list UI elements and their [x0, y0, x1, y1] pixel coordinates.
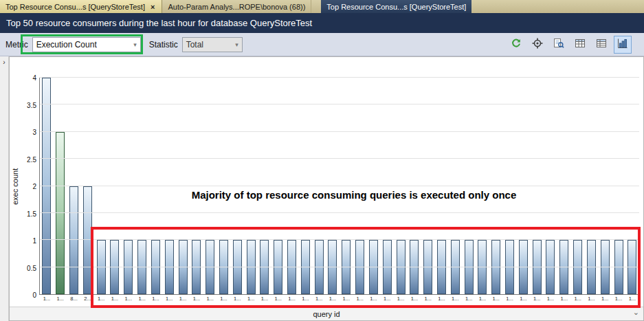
- x-tick-label: 1...: [530, 296, 544, 307]
- refresh-button[interactable]: [507, 36, 525, 54]
- x-tick-label: 1...: [244, 296, 258, 307]
- bar[interactable]: [233, 240, 242, 294]
- bar-slot: [489, 78, 503, 294]
- gridline: [40, 267, 639, 267]
- x-tick-label: 1...: [135, 296, 149, 307]
- y-tick-label: 1: [32, 237, 36, 245]
- bar[interactable]: [315, 240, 324, 294]
- bar[interactable]: [355, 240, 364, 294]
- bar-slot: [230, 78, 244, 294]
- bar[interactable]: [287, 240, 296, 294]
- bar[interactable]: [505, 240, 514, 294]
- bar[interactable]: [137, 240, 146, 294]
- bar[interactable]: [383, 240, 392, 294]
- bar[interactable]: [410, 240, 419, 294]
- gridline: [40, 186, 639, 186]
- bar-slot: [149, 78, 163, 294]
- bar[interactable]: [533, 240, 542, 294]
- bar-slot: [367, 78, 381, 294]
- grid-details-view-button[interactable]: [592, 36, 610, 54]
- bar[interactable]: [478, 240, 487, 294]
- chart-view-button[interactable]: [614, 36, 632, 54]
- bar[interactable]: [465, 240, 474, 294]
- bar[interactable]: [274, 240, 282, 294]
- bar[interactable]: [247, 240, 256, 294]
- bar[interactable]: [301, 240, 310, 294]
- x-tick-label: 1...: [230, 296, 244, 307]
- chevron-down-icon[interactable]: ⌄: [633, 308, 639, 317]
- bar[interactable]: [179, 240, 188, 294]
- x-axis-title: query id: [313, 310, 340, 318]
- bar[interactable]: [601, 240, 610, 294]
- statistic-label: Statistic: [149, 40, 178, 49]
- bar[interactable]: [369, 240, 378, 294]
- x-tick-label: 1...: [190, 296, 203, 307]
- bar[interactable]: [97, 240, 106, 294]
- statistic-dropdown[interactable]: Total ▾: [182, 37, 243, 52]
- bar[interactable]: [423, 240, 432, 294]
- bar[interactable]: [206, 240, 214, 294]
- bar[interactable]: [491, 240, 500, 294]
- report-toolbar: Metric Execution Count ▾ Statistic Total…: [0, 33, 644, 56]
- chart-row: exec count 00.511.522.533.54: [10, 57, 643, 295]
- document-tab-strip: Top Resource Consu...s [QueryStoreTest] …: [0, 0, 644, 13]
- x-tick-label: 1...: [258, 296, 271, 307]
- bar[interactable]: [124, 240, 133, 294]
- bar[interactable]: [628, 240, 636, 294]
- y-tick-label: 0.5: [27, 264, 36, 272]
- bar-slot: [408, 78, 421, 294]
- bar[interactable]: [42, 78, 51, 294]
- close-icon[interactable]: ×: [149, 3, 156, 11]
- x-tick-label: 1...: [394, 296, 408, 307]
- bar-selected[interactable]: [56, 132, 65, 294]
- gridline: [40, 104, 639, 104]
- bar-slot: [258, 78, 271, 294]
- x-axis-strip[interactable]: query id ⌄: [10, 307, 643, 320]
- collapsed-panel-splitter[interactable]: ›: [0, 56, 9, 321]
- view-plan-summary-icon: [553, 38, 564, 51]
- tab-label: Top Resource Consu...s [QueryStoreTest]: [5, 3, 145, 11]
- tab-label: Top Resource Consu...s [QueryStoreTest]: [326, 3, 466, 11]
- bar[interactable]: [614, 240, 623, 294]
- metric-dropdown[interactable]: Execution Count ▾: [32, 37, 141, 52]
- bar[interactable]: [151, 240, 160, 294]
- bar-slot: [122, 78, 135, 294]
- bar[interactable]: [260, 240, 269, 294]
- bar-slot: [54, 78, 67, 294]
- bar[interactable]: [342, 240, 351, 294]
- bar[interactable]: [546, 240, 555, 294]
- bar-slot: [448, 78, 462, 294]
- bar-slot: [135, 78, 149, 294]
- tab-top-resource-consumers-active[interactable]: Top Resource Consu...s [QueryStoreTest] …: [0, 0, 162, 13]
- bar-slot: [94, 78, 108, 294]
- view-plan-summary-button[interactable]: [550, 36, 568, 54]
- x-labels: 1...1...8...2...1...1...1...1...1...1...…: [40, 296, 639, 307]
- track-query-button[interactable]: [529, 36, 546, 54]
- bar[interactable]: [110, 240, 119, 294]
- x-tick-label: 1...: [612, 296, 625, 307]
- bar[interactable]: [192, 240, 201, 294]
- bar[interactable]: [437, 240, 446, 294]
- bar[interactable]: [587, 240, 596, 294]
- grid-view-button[interactable]: [571, 36, 589, 54]
- bar[interactable]: [397, 240, 406, 294]
- x-tick-label: 1...: [557, 296, 571, 307]
- bar[interactable]: [451, 240, 460, 294]
- gridline: [40, 77, 639, 78]
- x-tick-label: 1...: [625, 296, 639, 307]
- bar[interactable]: [559, 240, 568, 294]
- bar[interactable]: [219, 240, 228, 294]
- bar[interactable]: [69, 186, 78, 295]
- bar-slot: [80, 78, 94, 294]
- plot-area: [39, 78, 639, 295]
- bar[interactable]: [328, 240, 337, 294]
- bar[interactable]: [573, 240, 582, 294]
- tab-auto-param-analysis[interactable]: Auto-Param Analys...ROPE\bonova (68)): [162, 0, 311, 13]
- bar-slot: [108, 78, 122, 294]
- bar-slot: [598, 78, 612, 294]
- bar[interactable]: [165, 240, 174, 294]
- x-tick-label: 1...: [421, 296, 435, 307]
- tab-top-resource-consumers-2[interactable]: Top Resource Consu...s [QueryStoreTest]: [321, 0, 471, 13]
- bar[interactable]: [519, 240, 528, 294]
- bar[interactable]: [83, 186, 92, 295]
